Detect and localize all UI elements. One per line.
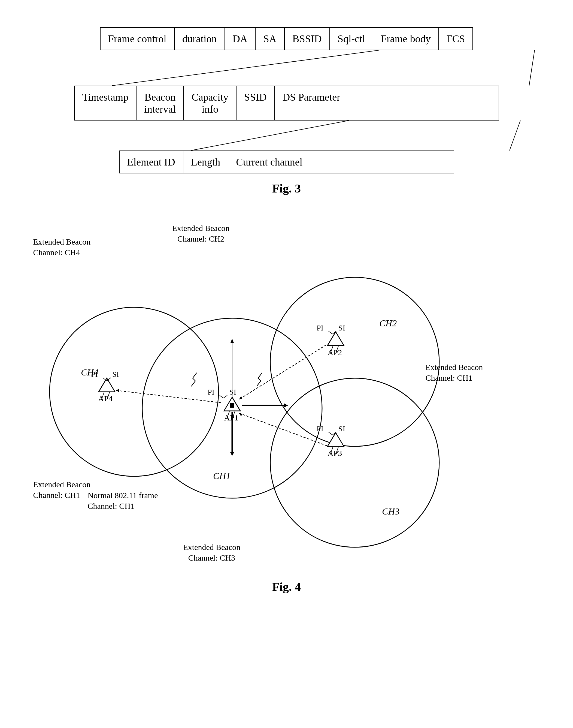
beacon-cell-ds-parameter: DS Parameter: [275, 86, 348, 120]
svg-rect-56: [230, 403, 234, 407]
frame-cell-framebody: Frame body: [373, 28, 439, 50]
svg-point-5: [142, 318, 322, 498]
svg-line-14: [227, 411, 229, 419]
annotation-ext-ch2: Extended BeaconChannel: CH2: [172, 223, 230, 244]
beacon-cell-timestamp: Timestamp: [75, 86, 137, 120]
frame-cell-sa: SA: [256, 28, 285, 50]
svg-text:PI: PI: [91, 370, 98, 379]
annotation-ext-ch1-right: Extended BeaconChannel: CH1: [426, 362, 483, 383]
svg-marker-49: [239, 413, 242, 416]
annotation-ext-ch3: Extended BeaconChannel: CH3: [183, 542, 241, 563]
svg-line-39: [332, 331, 336, 334]
svg-text:SI: SI: [338, 425, 345, 433]
svg-text:PI: PI: [317, 425, 323, 433]
svg-marker-12: [224, 397, 240, 411]
svg-line-0: [112, 50, 379, 86]
svg-line-48: [239, 413, 327, 446]
svg-line-23: [336, 447, 338, 454]
fig3-label: Fig. 3: [272, 182, 301, 195]
svg-line-35: [223, 395, 227, 398]
svg-line-18: [330, 346, 333, 354]
svg-line-44: [116, 390, 221, 403]
frame-table: Frame control duration DA SA BSSID Sql-c…: [100, 27, 473, 50]
fig4-label: Fig. 4: [22, 580, 551, 594]
frame-cell-fcs: FCS: [439, 28, 473, 50]
svg-marker-51: [284, 403, 288, 407]
fig4-container: CH4 CH1 CH2 CH3 AP1 AP2 AP3 AP4 PI SI: [28, 217, 545, 572]
ds-cell-current-channel: Current channel: [228, 151, 310, 173]
svg-marker-24: [99, 378, 115, 392]
svg-line-30: [103, 378, 107, 381]
svg-text:SI: SI: [112, 370, 119, 379]
svg-line-46: [239, 345, 326, 399]
svg-line-42: [328, 432, 332, 435]
svg-line-19: [336, 346, 338, 354]
svg-text:CH4: CH4: [81, 367, 98, 377]
annotation-ext-ch1-left: Extended BeaconChannel: CH1: [33, 479, 91, 500]
svg-text:AP1: AP1: [224, 413, 239, 422]
beacon-cell-ssid: SSID: [237, 86, 275, 120]
svg-text:CH2: CH2: [379, 318, 397, 328]
connector-svg-1: [28, 50, 545, 86]
svg-text:PI: PI: [208, 388, 214, 396]
fig3-container: Frame control duration DA SA BSSID Sql-c…: [22, 27, 551, 195]
frame-cell-sqlctl: Sql-ctl: [330, 28, 373, 50]
svg-line-3: [510, 120, 520, 150]
svg-text:AP4: AP4: [98, 394, 112, 403]
svg-text:AP2: AP2: [327, 348, 342, 357]
svg-line-31: [107, 378, 111, 381]
svg-line-22: [330, 447, 333, 454]
beacon-cell-beacon-interval: Beaconinterval: [137, 86, 184, 120]
svg-line-1: [529, 50, 534, 86]
svg-text:SI: SI: [338, 324, 345, 332]
svg-marker-16: [327, 332, 344, 345]
frame-cell-bssid: BSSID: [285, 28, 330, 50]
svg-line-2: [191, 120, 349, 150]
svg-line-26: [101, 392, 104, 400]
svg-marker-47: [239, 396, 242, 399]
svg-text:AP3: AP3: [327, 448, 342, 457]
svg-text:SI: SI: [229, 388, 236, 396]
svg-point-7: [270, 378, 439, 547]
svg-line-38: [328, 331, 332, 334]
svg-marker-53: [230, 452, 234, 456]
svg-point-4: [50, 307, 218, 476]
svg-text:CH1: CH1: [213, 471, 230, 481]
svg-line-43: [332, 432, 336, 435]
frame-cell-da: DA: [225, 28, 256, 50]
svg-marker-45: [116, 389, 119, 392]
beacon-table: Timestamp Beaconinterval Capacityinfo SS…: [74, 86, 499, 120]
svg-line-34: [220, 395, 223, 398]
svg-text:CH3: CH3: [382, 506, 400, 517]
frame-cell-framecontrol: Frame control: [101, 28, 175, 50]
svg-line-15: [232, 411, 235, 419]
annotation-normal-ch1: Normal 802.11 frameChannel: CH1: [88, 490, 158, 511]
beacon-cell-capacity-info: Capacityinfo: [184, 86, 237, 120]
ds-cell-elementid: Element ID: [120, 151, 184, 173]
ds-table: Element ID Length Current channel: [119, 150, 454, 174]
annotation-ext-ch4: Extended BeaconChannel: CH4: [33, 236, 91, 258]
svg-point-6: [270, 277, 439, 446]
ds-cell-length: Length: [184, 151, 228, 173]
connector-svg-2: [22, 120, 539, 150]
svg-marker-55: [230, 339, 234, 343]
frame-cell-duration: duration: [175, 28, 225, 50]
fig4-svg: CH4 CH1 CH2 CH3 AP1 AP2 AP3 AP4 PI SI: [28, 217, 545, 572]
svg-line-27: [107, 392, 109, 400]
svg-text:PI: PI: [317, 324, 323, 332]
svg-marker-20: [327, 433, 344, 446]
